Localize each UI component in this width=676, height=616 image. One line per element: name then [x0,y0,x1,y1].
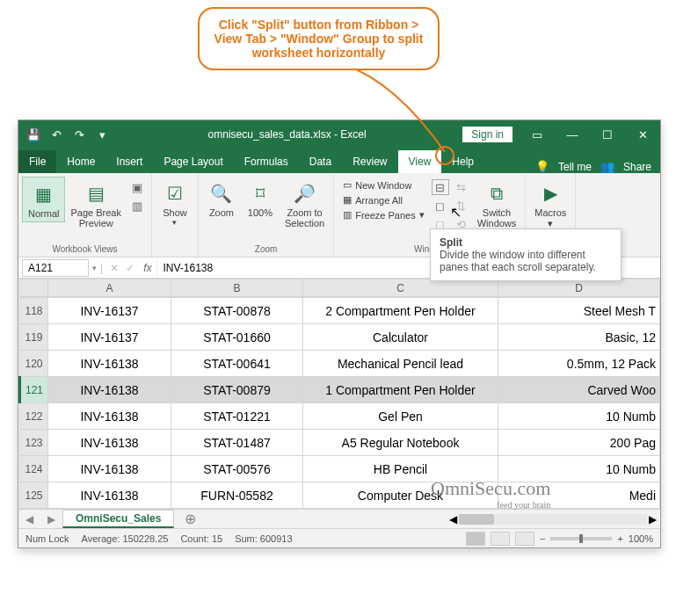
zoom-out-button[interactable]: − [540,533,545,544]
tab-help[interactable]: Help [441,150,484,173]
save-icon[interactable]: 💾 [24,125,43,144]
row-header[interactable]: 123 [20,430,48,456]
zoom-in-button[interactable]: + [617,533,622,544]
row-header[interactable]: 118 [20,298,48,324]
cell[interactable]: INV-16138 [48,456,171,482]
select-all-corner[interactable] [20,279,48,297]
cell[interactable]: Calculator [303,324,498,351]
horizontal-scrollbar[interactable]: ◀▶ [449,513,660,525]
cell[interactable]: 10 Numb [498,403,660,430]
cell[interactable]: INV-16138 [48,482,171,509]
table-row[interactable]: 121INV-16138STAT-008791 Compartment Pen … [20,377,660,403]
cell[interactable]: 0.5mm, 12 Pack [498,351,660,377]
cell[interactable]: STAT-00879 [171,377,303,403]
ribbon-options-icon[interactable]: ▭ [520,120,555,149]
cell[interactable]: Steel Mesh T [498,298,660,324]
sheet-tab-active[interactable]: OmniSecu_Sales [62,510,174,528]
worksheet-grid[interactable]: A B C D 118INV-16137STAT-008782 Compartm… [18,279,660,509]
table-row[interactable]: 120INV-16138STAT-00641Mechanical Pencil … [20,351,660,377]
cell[interactable]: Medi [498,482,660,509]
cell[interactable]: Computer Desk [303,482,498,509]
freeze-panes-button[interactable]: ▥Freeze Panes ▾ [341,208,425,221]
table-row[interactable]: 122INV-16138STAT-01221Gel Pen10 Numb [20,403,660,430]
cell[interactable]: STAT-00576 [171,456,303,482]
cell[interactable]: STAT-01487 [171,430,303,456]
new-sheet-button[interactable]: ⊕ [174,511,207,527]
cell[interactable]: 10 Numb [498,456,660,482]
cell[interactable]: INV-16138 [48,351,171,377]
cell[interactable]: Basic, 12 [498,324,660,351]
page-break-status-button[interactable] [515,532,534,546]
table-row[interactable]: 118INV-16137STAT-008782 Compartment Pen … [20,298,660,324]
col-header-a[interactable]: A [48,279,171,297]
table-row[interactable]: 123INV-16138STAT-01487A5 Regular Noteboo… [20,430,660,456]
zoom-100-button[interactable]: ⌑100% [241,177,280,221]
cell[interactable]: 200 Pag [498,430,660,456]
cell[interactable]: A5 Regular Notebook [303,430,498,456]
row-header[interactable]: 125 [20,482,48,509]
cell[interactable]: Mechanical Pencil lead [303,351,498,377]
sheet-nav-prev[interactable]: ◀ [18,513,40,525]
tab-insert[interactable]: Insert [105,150,153,173]
share-icon[interactable]: 👥 [600,160,614,173]
minimize-icon[interactable]: — [555,120,590,149]
tab-home[interactable]: Home [56,150,105,173]
new-window-button[interactable]: ▭New Window [341,178,425,192]
row-header[interactable]: 120 [20,351,48,377]
maximize-icon[interactable]: ☐ [590,120,625,149]
hide-window-icon[interactable]: ◻ [432,198,449,214]
custom-views-icon[interactable]: ▥ [128,198,146,214]
tab-formulas[interactable]: Formulas [234,150,299,173]
row-header[interactable]: 122 [20,403,48,430]
show-button[interactable]: ☑Show▾ [156,177,194,229]
zoom-selection-button[interactable]: 🔎Zoom to Selection [280,177,330,231]
col-header-d[interactable]: D [498,279,660,297]
cell[interactable]: INV-16138 [48,430,171,456]
row-header[interactable]: 119 [20,324,48,351]
view-side-by-side-icon[interactable]: ⇆ [453,179,470,195]
page-layout-status-button[interactable] [491,532,510,546]
sheet-nav-next[interactable]: ▶ [40,513,62,525]
cell[interactable]: STAT-01221 [171,403,303,430]
col-header-c[interactable]: C [303,279,498,297]
normal-view-button[interactable]: ▦Normal [22,177,65,222]
tab-file[interactable]: File [18,150,56,173]
enter-icon[interactable]: ✓ [122,262,138,274]
cell[interactable]: INV-16137 [48,298,171,324]
cell[interactable]: Carved Woo [498,377,660,403]
zoom-level[interactable]: 100% [629,533,653,544]
page-layout-icon[interactable]: ▣ [128,179,146,195]
table-row[interactable]: 124INV-16138STAT-00576HB Pencil10 Numb [20,456,660,482]
normal-view-status-button[interactable] [466,532,485,546]
cell[interactable]: STAT-01660 [171,324,303,351]
cell[interactable]: HB Pencil [303,456,498,482]
arrange-all-button[interactable]: ▦Arrange All [341,193,425,207]
cell[interactable]: STAT-00878 [171,298,303,324]
cell[interactable]: INV-16137 [48,324,171,351]
cell[interactable]: Gel Pen [303,403,498,430]
cell[interactable]: FURN-05582 [171,482,303,509]
col-header-b[interactable]: B [171,279,303,297]
row-header[interactable]: 124 [20,456,48,482]
zoom-slider[interactable] [550,537,612,540]
zoom-button[interactable]: 🔍Zoom [202,177,241,221]
cell[interactable]: 1 Compartment Pen Holder [303,377,498,403]
name-box[interactable]: A121 [22,259,89,277]
qat-dropdown-icon[interactable]: ▾ [92,125,112,144]
macros-button[interactable]: ▶Macros ▾ [529,177,571,232]
lightbulb-icon[interactable]: 💡 [535,160,549,173]
table-row[interactable]: 119INV-16137STAT-01660CalculatorBasic, 1… [20,324,660,351]
share-label[interactable]: Share [623,161,651,173]
cell[interactable]: STAT-00641 [171,351,303,377]
split-button[interactable]: ⊟ [432,179,449,195]
row-header[interactable]: 121 [20,377,48,403]
tell-me-label[interactable]: Tell me [558,161,592,173]
cell[interactable]: 2 Compartment Pen Holder [303,298,498,324]
table-row[interactable]: 125INV-16138FURN-05582Computer DeskMedi [20,482,660,509]
fx-icon[interactable]: fx [138,262,156,274]
page-break-button[interactable]: ▤Page Break Preview [65,177,126,231]
signin-button[interactable]: Sign in [462,127,512,142]
cancel-icon[interactable]: ✕ [106,262,122,274]
tab-page-layout[interactable]: Page Layout [153,150,233,173]
undo-icon[interactable]: ↶ [47,125,66,144]
